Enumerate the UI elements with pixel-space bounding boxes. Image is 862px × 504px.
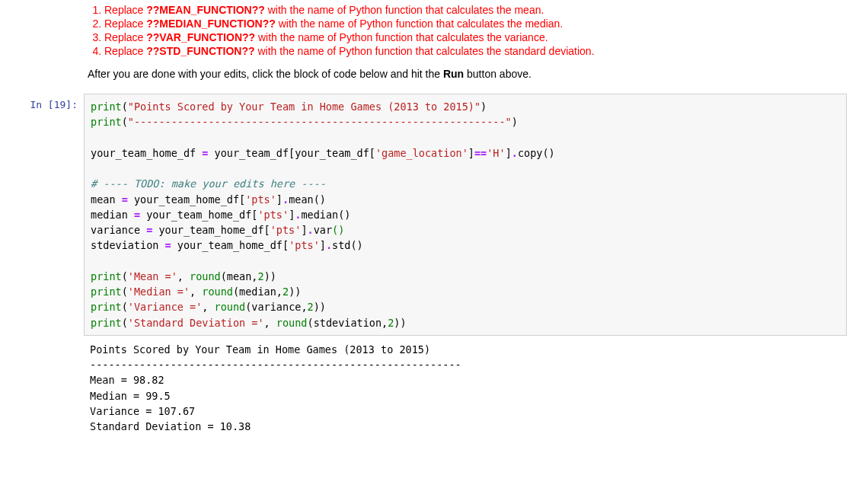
instruction-item: Replace ??VAR_FUNCTION?? with the name o… bbox=[104, 31, 847, 43]
instructions-list: Replace ??MEAN_FUNCTION?? with the name … bbox=[88, 4, 847, 57]
output-prompt bbox=[15, 339, 84, 343]
instructions-block: Replace ??MEAN_FUNCTION?? with the name … bbox=[88, 4, 847, 57]
notebook-content: Replace ??MEAN_FUNCTION?? with the name … bbox=[0, 0, 862, 449]
instruction-item: Replace ??MEAN_FUNCTION?? with the name … bbox=[104, 4, 847, 16]
instruction-item: Replace ??STD_FUNCTION?? with the name o… bbox=[104, 45, 847, 57]
stdout-output: Points Scored by Your Team in Home Games… bbox=[84, 339, 847, 435]
code-cell[interactable]: In [19]: print("Points Scored by Your Te… bbox=[15, 94, 847, 336]
input-prompt: In [19]: bbox=[15, 94, 84, 112]
instruction-item: Replace ??MEDIAN_FUNCTION?? with the nam… bbox=[104, 18, 847, 30]
after-edit-note: After you are done with your edits, clic… bbox=[88, 68, 847, 80]
code-input-area[interactable]: print("Points Scored by Your Team in Hom… bbox=[84, 94, 847, 336]
output-cell: Points Scored by Your Team in Home Games… bbox=[15, 339, 847, 435]
